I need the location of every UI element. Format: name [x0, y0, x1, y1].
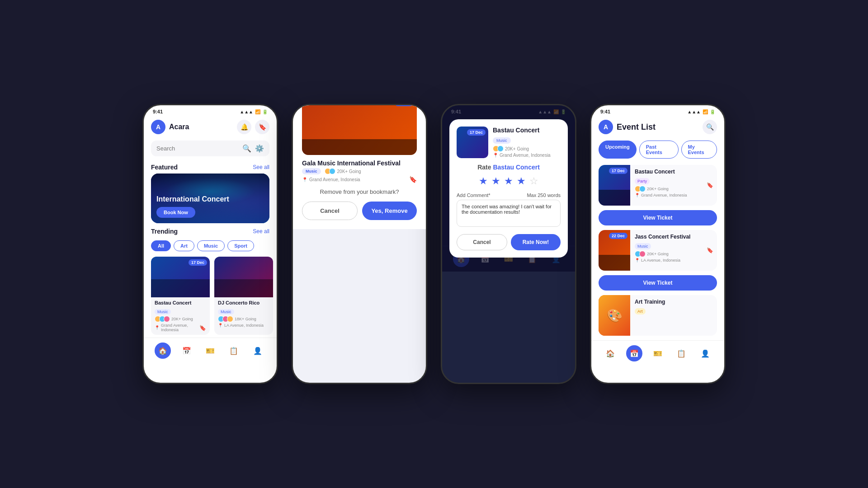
list-content-3: Art Training Art [635, 295, 717, 336]
event-info-2: DJ Concerto Rico Music 18K+ Going 📍LA Av… [214, 297, 273, 330]
event-tag-1: Music [155, 309, 171, 314]
tab-my-events[interactable]: My Events [681, 141, 717, 159]
event-card-1[interactable]: 17 Dec Bastau Concert Music 20K+ Going 📍… [151, 257, 210, 335]
featured-title: Featured [151, 164, 178, 171]
featured-overlay: International Concert Book Now [151, 174, 269, 223]
list-img-2: 22 Dec [599, 230, 630, 271]
list-name-2: Jass Concert Festival [635, 234, 698, 240]
view-ticket-btn-2[interactable]: View Ticket [599, 275, 717, 291]
event-name-1: Bastau Concert [155, 300, 206, 305]
star-5[interactable]: ☆ [529, 175, 538, 187]
list-crowd-1 [599, 190, 630, 206]
home-scroll: Featured See all International Concert B… [144, 159, 277, 338]
chip-art[interactable]: Art [174, 240, 194, 251]
rate-event-location: 📍Grand Avenue, Indonesia [493, 153, 561, 158]
rate-event-row: 17 Dec Bastau Concert Music 20K+ Going 📍… [457, 127, 561, 158]
dialog-confirm-button[interactable]: Yes, Remove [362, 202, 417, 220]
filter-icon-1[interactable]: ⚙️ [255, 144, 264, 153]
featured-section: Featured See all [144, 159, 277, 174]
list-content-2: Jass Concert Festival Music 20K+ Going 📍… [635, 230, 702, 271]
list-tag-2: Music [635, 243, 651, 249]
star-1[interactable]: ★ [479, 175, 488, 187]
featured-card[interactable]: International Concert Book Now [151, 174, 269, 223]
list-content-1: Bastau Concert Party 20K+ Going 📍Grand A… [635, 165, 702, 206]
phone-3-rate: 9:41 ▲▲▲📶🔋 A Acara 🔔 🔖 🔍 ⚙️ All Art Musi… [441, 104, 576, 384]
search-icon-circle-4[interactable]: 🔍 [703, 120, 717, 134]
bookmark-header-icon[interactable]: 🔖 [255, 120, 269, 134]
featured-see-all[interactable]: See all [253, 164, 269, 170]
signal-icons-1: ▲▲▲📶🔋 [240, 109, 268, 114]
search-bar-1[interactable]: 🔍 ⚙️ [151, 141, 269, 156]
event-tag-2: Music [218, 309, 234, 314]
rate-event-going: 20K+ Going [493, 145, 561, 152]
chip-sport[interactable]: Sport [227, 240, 254, 251]
chip-music[interactable]: Music [197, 240, 225, 251]
list-name-3: Art Training [635, 299, 713, 305]
tab-upcoming[interactable]: Upcoming [599, 141, 637, 159]
trending-title: Trending [151, 228, 178, 235]
nav-home-1[interactable]: 🏠 [155, 343, 171, 359]
trending-see-all[interactable]: See all [253, 228, 269, 235]
comment-label: Add Comment* Max 250 words [457, 192, 561, 198]
dialog-crowd [302, 139, 417, 155]
star-4[interactable]: ★ [517, 175, 526, 187]
chip-all[interactable]: All [151, 240, 171, 251]
nav-home-4[interactable]: 🏠 [602, 345, 618, 361]
rate-now-button[interactable]: Rate Now! [511, 234, 561, 250]
event-card-2[interactable]: DJ Concerto Rico Music 18K+ Going 📍LA Av… [214, 257, 273, 335]
tab-past-events[interactable]: Past Events [639, 141, 679, 159]
dialog-going: 20K+ Going [337, 169, 361, 174]
dialog-bookmark-icon[interactable]: 🔖 [409, 176, 417, 183]
list-item-1[interactable]: 17 Dec Bastau Concert Party 20K+ Going 📍… [599, 165, 717, 206]
bottom-nav-4: 🏠 📅 🎫 📋 👤 [591, 340, 724, 366]
nav-calendar-4[interactable]: 📅 [626, 345, 642, 361]
logo-4: A [599, 120, 613, 134]
search-input-1[interactable] [156, 145, 239, 152]
rate-modal-backdrop: 17 Dec Bastau Concert Music 20K+ Going 📍… [442, 105, 575, 272]
event-name-2: DJ Concerto Rico [218, 300, 269, 305]
dialog-buttons: Cancel Yes, Remove [302, 202, 417, 220]
dialog-cancel-button[interactable]: Cancel [302, 202, 358, 220]
app-title-1: Acara [169, 123, 233, 131]
nav-profile-4[interactable]: 👤 [697, 345, 713, 361]
list-item-2[interactable]: 22 Dec Jass Concert Festival Music 20K+ … [599, 230, 717, 271]
nav-ticket-4[interactable]: 🎫 [650, 345, 666, 361]
crowd-1 [151, 279, 210, 297]
list-bookmark-1[interactable]: 🔖 [707, 182, 717, 188]
nav-ticket-1[interactable]: 🎫 [202, 343, 218, 359]
rate-event-tag: Music [493, 137, 511, 144]
search-icon-1: 🔍 [242, 144, 251, 153]
nav-calendar-1[interactable]: 📅 [179, 343, 195, 359]
dialog-img: 25 Dec [302, 104, 417, 155]
dialog-tag-music: Music [302, 168, 321, 174]
event-list-header: A Event List 🔍 [591, 116, 724, 138]
event-img-2 [214, 257, 273, 297]
rate-event-name: Bastau Concert [493, 127, 561, 134]
star-rating[interactable]: ★ ★ ★ ★ ☆ [457, 175, 561, 187]
nav-list-1[interactable]: 📋 [226, 343, 242, 359]
list-crowd-2 [599, 255, 630, 271]
status-bar-4: 9:41 ▲▲▲📶🔋 [591, 105, 724, 116]
view-ticket-btn-1[interactable]: View Ticket [599, 210, 717, 225]
date-badge-1: 17 Dec [189, 259, 207, 266]
rate-cancel-button[interactable]: Cancel [457, 234, 507, 250]
list-item-3[interactable]: 24 Dec 🎨 Art Training Art [599, 295, 717, 336]
comment-textarea[interactable]: The concert was amazing! I can't wait fo… [457, 200, 561, 227]
bookmark-icon-card-1[interactable]: 🔖 [199, 325, 206, 331]
nav-list-4[interactable]: 📋 [673, 345, 689, 361]
event-list-title: Event List [617, 122, 699, 132]
star-3[interactable]: ★ [504, 175, 513, 187]
rate-buttons: Cancel Rate Now! [457, 234, 561, 250]
notification-icon[interactable]: 🔔 [237, 120, 251, 134]
time-1: 9:41 [153, 109, 163, 114]
star-2[interactable]: ★ [491, 175, 500, 187]
time-4: 9:41 [600, 109, 610, 114]
nav-profile-1[interactable]: 👤 [250, 343, 266, 359]
book-now-button[interactable]: Book Now [156, 207, 195, 218]
crowd-2 [214, 279, 273, 297]
list-going-2: 20K+ Going [635, 251, 698, 257]
remove-dialog: 25 Dec Gala Music International Festival… [293, 104, 426, 229]
list-bookmark-2[interactable]: 🔖 [707, 247, 717, 253]
event-location-2: 📍LA Avenue, Indonesia [218, 323, 269, 328]
event-img-1: 17 Dec [151, 257, 210, 297]
